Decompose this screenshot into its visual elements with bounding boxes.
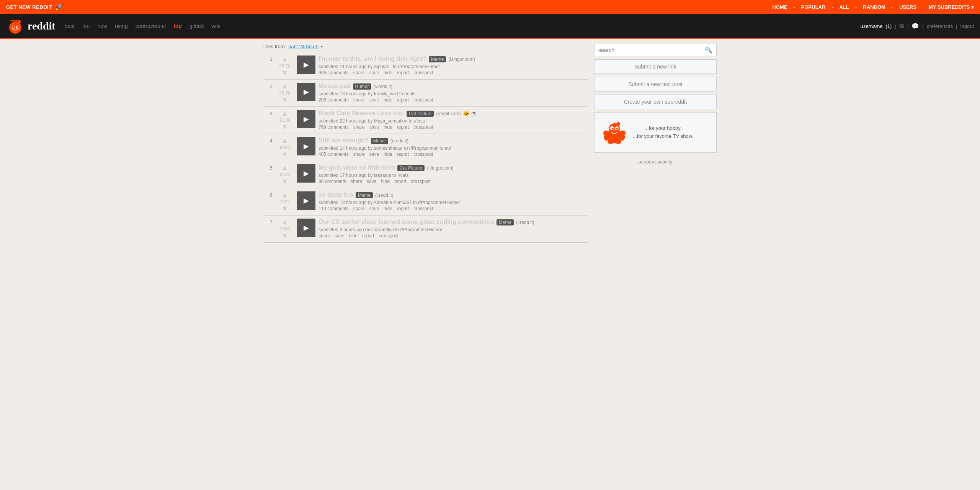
post-title-link[interactable]: I'm new to this, am I doing this right? [318,56,426,62]
logo-area[interactable]: reddit [6,17,56,35]
report-link[interactable]: report [397,70,409,75]
author-link[interactable]: Xiphias_ [374,64,392,69]
author-link[interactable]: someshthakur [374,145,403,151]
save-link[interactable]: save [369,152,379,157]
crosspost-link[interactable]: crosspost [413,152,433,157]
nav-all[interactable]: ALL [840,4,849,10]
save-link[interactable]: save [369,70,379,75]
my-subreddits-button[interactable]: MY SUBREDDITS ▾ [929,4,974,10]
chat-icon[interactable]: 💬 [911,23,919,30]
logout-link[interactable]: logout [960,23,974,29]
post-thumbnail[interactable]: ▶ [297,137,315,155]
report-link[interactable]: report [397,97,409,103]
report-link[interactable]: report [362,233,374,238]
post-thumbnail[interactable]: ▶ [297,219,315,237]
post-title-link[interactable]: Still not enough? [318,137,369,144]
post-title-link[interactable]: My girls were so little then [318,164,395,171]
nav-hot[interactable]: hot [82,23,90,29]
share-link[interactable]: share [353,97,365,103]
upvote-button[interactable]: ▲ [281,83,288,90]
upvote-button[interactable]: ▲ [281,219,288,225]
downvote-button[interactable]: ▼ [281,69,288,76]
post-thumbnail[interactable]: ▶ [297,83,315,101]
author-link[interactable]: Adorable-Fun5367 [374,200,412,205]
preferences-link[interactable]: preferences [927,23,953,29]
share-link[interactable]: share [353,152,365,157]
downvote-button[interactable]: ▼ [281,232,288,239]
mail-icon[interactable]: ✉ [899,23,904,30]
author-link[interactable]: Maya_sensation [374,118,407,124]
upvote-button[interactable]: ▲ [281,164,288,171]
save-link[interactable]: save [335,233,344,238]
nav-new[interactable]: new [98,23,108,29]
links-from-dropdown[interactable]: past 24 hours [288,44,318,49]
report-link[interactable]: report [397,124,409,130]
subreddit-link[interactable]: r/cats [414,118,425,124]
comments-link[interactable]: 206 comments [318,97,349,103]
report-link[interactable]: report [397,152,409,157]
downvote-button[interactable]: ▼ [281,151,288,158]
comments-link[interactable]: 98 comments [318,179,346,184]
save-link[interactable]: save [369,124,379,130]
hide-link[interactable]: hide [384,124,392,130]
report-link[interactable]: report [397,206,409,211]
post-title-link[interactable]: Mouse pad [318,83,351,90]
comments-link[interactable]: 113 comments [318,206,349,211]
upvote-button[interactable]: ▲ [281,137,288,144]
post-title-link[interactable]: Our CS senior class learned some great c… [318,219,494,225]
username-link[interactable]: username [861,23,883,29]
subreddit-link[interactable]: r/ProgrammerHumor [409,145,451,151]
hide-link[interactable]: hide [384,70,392,75]
post-thumbnail[interactable]: ▶ [297,191,315,210]
crosspost-link[interactable]: crosspost [413,124,433,130]
get-new-reddit-button[interactable]: GET NEW REDDIT [6,4,52,10]
nav-gilded[interactable]: gilded [189,23,204,29]
nav-random[interactable]: RANDOM [863,4,885,10]
downvote-button[interactable]: ▼ [281,124,288,131]
search-input[interactable] [598,47,705,53]
share-link[interactable]: share [353,124,365,130]
share-link[interactable]: share [351,179,362,184]
subreddit-link[interactable]: r/ProgrammerHumor [398,64,440,69]
save-link[interactable]: save [369,97,379,103]
account-activity-link[interactable]: account activity [594,159,717,165]
comments-link[interactable]: 485 comments [318,152,349,157]
hide-link[interactable]: hide [384,152,392,157]
downvote-button[interactable]: ▼ [281,96,288,103]
downvote-button[interactable]: ▼ [281,205,288,212]
search-icon[interactable]: 🔍 [705,46,712,54]
post-thumbnail[interactable]: ▶ [297,110,315,128]
save-link[interactable]: save [367,179,376,184]
author-link[interactable]: tassatus [374,173,391,178]
nav-wiki[interactable]: wiki [211,23,220,29]
create-subreddit-button[interactable]: Create your own subreddit [594,95,717,109]
nav-popular[interactable]: POPULAR [801,4,826,10]
author-link[interactable]: frankly_wild [374,91,398,96]
crosspost-link[interactable]: crosspost [411,179,430,184]
save-link[interactable]: save [369,206,379,211]
author-link[interactable]: caroandlyn [371,227,394,232]
nav-top[interactable]: top [173,23,182,29]
comments-link[interactable]: 696 comments [318,70,349,75]
comments-link[interactable]: 769 comments [318,124,349,130]
upvote-button[interactable]: ▲ [281,191,288,198]
submit-text-post-button[interactable]: Submit a new text post [594,77,717,91]
share-link[interactable]: share [353,70,365,75]
hide-link[interactable]: hide [384,206,392,211]
crosspost-link[interactable]: crosspost [413,97,433,103]
post-title-link[interactable]: so deep bro [318,191,353,198]
hide-link[interactable]: hide [349,233,358,238]
post-thumbnail[interactable]: ▶ [297,56,315,74]
upvote-button[interactable]: ▲ [281,56,288,62]
share-link[interactable]: share [318,233,330,238]
report-link[interactable]: report [394,179,406,184]
post-thumbnail[interactable]: ▶ [297,164,315,183]
crosspost-link[interactable]: crosspost [379,233,398,238]
subreddit-link[interactable]: r/ProgrammerHumor [418,200,460,205]
nav-users[interactable]: USERS [899,4,916,10]
subreddit-link[interactable]: r/ProgrammerHumor [400,227,443,232]
submit-link-button[interactable]: Submit a new link [594,59,717,74]
hide-link[interactable]: hide [384,97,392,103]
nav-rising[interactable]: rising [115,23,127,29]
hide-link[interactable]: hide [381,179,390,184]
